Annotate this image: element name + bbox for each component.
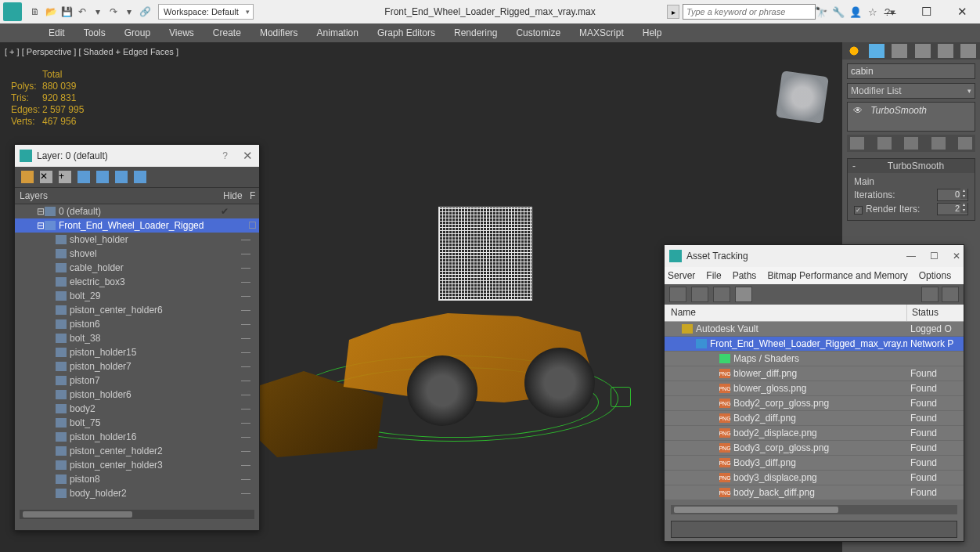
- asset-hscroll[interactable]: [671, 505, 957, 514]
- dialog-close-icon[interactable]: ✕: [243, 149, 253, 163]
- menu-create[interactable]: Create: [204, 23, 250, 42]
- menu-views[interactable]: Views: [160, 23, 204, 42]
- save-icon[interactable]: 💾: [59, 5, 74, 19]
- asset-row[interactable]: Autodesk VaultLogged O: [665, 322, 964, 337]
- visibility-icon[interactable]: 👁: [852, 105, 863, 116]
- freeze-col-header[interactable]: F: [248, 188, 259, 204]
- layer-row[interactable]: bolt_29—: [15, 289, 259, 303]
- layer-row[interactable]: piston_holder16—: [15, 430, 259, 444]
- layer-row[interactable]: ⊟ Front_End_Wheel_Loader_Rigged☐: [15, 218, 259, 233]
- render-iters-checkbox[interactable]: ✓: [854, 206, 863, 215]
- open-icon[interactable]: 📂: [44, 5, 58, 19]
- layer-row[interactable]: bolt_75—: [15, 416, 259, 430]
- pin-stack-icon[interactable]: [850, 137, 864, 150]
- select-objects-icon[interactable]: [77, 171, 90, 183]
- table-view-icon[interactable]: [713, 287, 730, 302]
- tree-view-icon[interactable]: [691, 287, 708, 302]
- layer-list[interactable]: ⊟ 0 (default)✔⊟ Front_End_Wheel_Loader_R…: [15, 204, 259, 508]
- viewport-label[interactable]: [ + ] [ Perspective ] [ Shaded + Edged F…: [5, 47, 178, 56]
- make-unique-icon[interactable]: [904, 137, 918, 150]
- asset-row[interactable]: PNGbody_back_diff.pngFound: [665, 485, 964, 500]
- workspace-selector[interactable]: Workspace: Default: [158, 4, 254, 20]
- help-icon[interactable]: [921, 287, 939, 302]
- redo-icon[interactable]: ↷: [106, 5, 121, 19]
- layer-row[interactable]: piston_center_holder6—: [15, 303, 259, 317]
- asset-list[interactable]: Autodesk VaultLogged OFront_End_Wheel_Lo…: [665, 322, 964, 500]
- close-button[interactable]: ✕: [953, 251, 960, 262]
- settings-icon[interactable]: [942, 287, 959, 302]
- asset-row[interactable]: PNGbody3_displace.pngFound: [665, 471, 964, 485]
- create-tab-icon[interactable]: [846, 44, 862, 58]
- iterations-spinner[interactable]: 0: [937, 189, 968, 201]
- layer-row[interactable]: piston_center_holder3—: [15, 458, 259, 472]
- dialog-help-icon[interactable]: ?: [222, 150, 228, 161]
- asset-menu-bitmap-performance-and-memory[interactable]: Bitmap Performance and Memory: [767, 270, 907, 281]
- binoculars-icon[interactable]: 🔭: [814, 5, 828, 19]
- asset-menu-file[interactable]: File: [706, 270, 721, 281]
- gizmo-arrow-icon[interactable]: [611, 387, 631, 407]
- modifier-stack[interactable]: 👁 TurboSmooth: [847, 102, 975, 132]
- status-col-header[interactable]: Status: [907, 305, 964, 321]
- add-to-layer-icon[interactable]: +: [59, 171, 71, 183]
- layer-row[interactable]: ⊟ 0 (default)✔: [15, 204, 259, 218]
- asset-menu-paths[interactable]: Paths: [733, 270, 757, 281]
- menu-help[interactable]: Help: [633, 23, 672, 42]
- asset-path-input[interactable]: [671, 521, 957, 538]
- layer-row[interactable]: electric_box3—: [15, 275, 259, 289]
- render-iters-spinner[interactable]: 2: [937, 203, 968, 215]
- link-icon[interactable]: 🔗: [138, 5, 152, 19]
- motion-tab-icon[interactable]: [915, 44, 931, 58]
- freeze-unfreeze-icon[interactable]: [134, 171, 146, 183]
- object-name-input[interactable]: cabin: [847, 63, 975, 79]
- new-layer-icon[interactable]: [21, 171, 34, 183]
- layer-row[interactable]: piston_center_holder2—: [15, 444, 259, 458]
- modifier-stack-item[interactable]: 👁 TurboSmooth: [848, 103, 975, 118]
- menu-group[interactable]: Group: [115, 23, 160, 42]
- asset-row[interactable]: PNGblower_diff.pngFound: [665, 366, 964, 381]
- menu-modifiers[interactable]: Modifiers: [250, 23, 308, 42]
- menu-graph-editors[interactable]: Graph Editors: [368, 23, 445, 42]
- minimize-button[interactable]: —: [872, 1, 908, 23]
- asset-row[interactable]: PNGblower_gloss.pngFound: [665, 381, 964, 396]
- search-dropdown-icon[interactable]: ▸: [667, 5, 679, 19]
- asset-row[interactable]: Front_End_Wheel_Loader_Rigged_max_vray.m…: [665, 337, 964, 352]
- asset-row[interactable]: Maps / Shaders: [665, 352, 964, 366]
- asset-menu-server[interactable]: Server: [668, 270, 695, 281]
- asset-row[interactable]: PNGBody2_diff.pngFound: [665, 411, 964, 426]
- utilities-tab-icon[interactable]: [960, 44, 976, 58]
- asset-menu-options[interactable]: Options: [919, 270, 951, 281]
- menu-maxscript[interactable]: MAXScript: [570, 23, 633, 42]
- undo-icon[interactable]: ↶: [75, 5, 89, 19]
- asset-row[interactable]: PNGBody3_diff.pngFound: [665, 456, 964, 471]
- menu-edit[interactable]: Edit: [39, 23, 74, 42]
- redo-drop-icon[interactable]: ▾: [122, 5, 136, 19]
- maximize-button[interactable]: ☐: [930, 251, 939, 262]
- list-view-icon[interactable]: [735, 287, 752, 302]
- layer-row[interactable]: shovel_holder—: [15, 233, 259, 247]
- menu-rendering[interactable]: Rendering: [445, 23, 506, 42]
- hide-unhide-icon[interactable]: [115, 171, 128, 183]
- modifier-list-dropdown[interactable]: Modifier List: [847, 83, 975, 99]
- search-input[interactable]: [683, 4, 816, 20]
- viewcube[interactable]: [776, 70, 829, 124]
- maximize-button[interactable]: ☐: [908, 1, 944, 23]
- key-icon[interactable]: 🔧: [831, 5, 845, 19]
- display-tab-icon[interactable]: [938, 44, 953, 58]
- refresh-icon[interactable]: [669, 287, 686, 302]
- collapse-icon[interactable]: -: [852, 161, 862, 171]
- hide-col-header[interactable]: Hide: [222, 188, 248, 204]
- select-layers-icon[interactable]: [96, 171, 109, 183]
- undo-drop-icon[interactable]: ▾: [91, 5, 105, 19]
- layer-row[interactable]: piston_holder6—: [15, 388, 259, 402]
- delete-layer-icon[interactable]: ✕: [40, 171, 52, 183]
- layer-row[interactable]: shovel—: [15, 247, 259, 261]
- show-end-result-icon[interactable]: [877, 137, 892, 150]
- menu-tools[interactable]: Tools: [74, 23, 115, 42]
- new-icon[interactable]: 🗎: [28, 5, 42, 19]
- close-button[interactable]: ✕: [944, 1, 980, 23]
- asset-row[interactable]: PNGBody3_corp_gloss.pngFound: [665, 441, 964, 456]
- layer-row[interactable]: piston_holder7—: [15, 359, 259, 373]
- layer-row[interactable]: piston_holder15—: [15, 345, 259, 359]
- name-col-header[interactable]: Name: [665, 305, 907, 321]
- layer-row[interactable]: body_holder2—: [15, 486, 259, 500]
